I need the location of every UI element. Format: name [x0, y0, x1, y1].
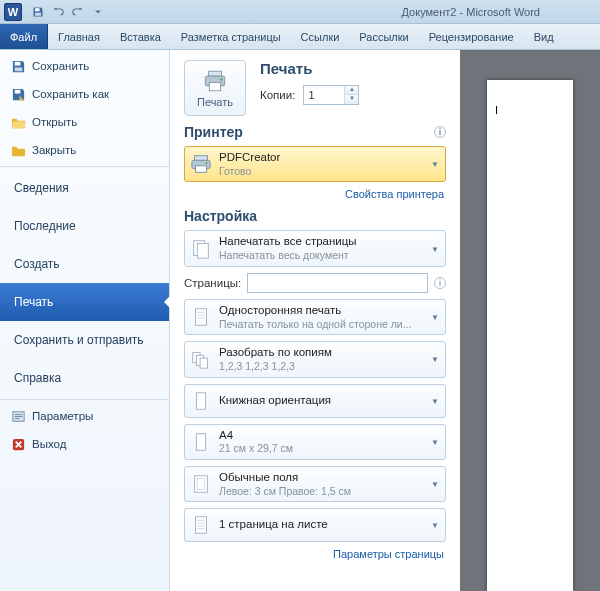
undo-icon[interactable]: [50, 4, 66, 20]
page-setup-link[interactable]: Параметры страницы: [184, 548, 444, 560]
per-sheet-icon: [189, 513, 213, 537]
one-sided-icon: [189, 305, 213, 329]
collate-selector[interactable]: Разобрать по копиям 1,2,3 1,2,3 1,2,3 ▼: [184, 341, 446, 377]
nav-label: Выход: [32, 438, 66, 450]
backstage-nav: Сохранить Сохранить как Открыть Закрыть …: [0, 50, 170, 591]
tab-home[interactable]: Главная: [48, 24, 110, 49]
nav-help[interactable]: Справка: [0, 359, 169, 397]
copies-value: 1: [304, 89, 344, 101]
paper-icon: [189, 430, 213, 454]
nav-label: Параметры: [32, 410, 93, 422]
nav-share[interactable]: Сохранить и отправить: [0, 321, 169, 359]
pages-input[interactable]: [247, 273, 428, 293]
nav-label: Последние: [14, 219, 76, 233]
options-icon: [10, 408, 26, 424]
orientation-selector[interactable]: Книжная ориентация ▼: [184, 384, 446, 418]
redo-icon[interactable]: [70, 4, 86, 20]
svg-rect-1: [35, 12, 41, 15]
one-sided-title: Односторонняя печать: [219, 304, 425, 318]
svg-rect-25: [196, 517, 207, 534]
print-panel: Печать Печать Копии: 1 ▲▼: [170, 50, 600, 591]
svg-rect-4: [14, 89, 20, 93]
margins-sub: Левое: 3 см Правое: 1,5 см: [219, 485, 425, 498]
ribbon-tabs: Файл Главная Вставка Разметка страницы С…: [0, 24, 600, 50]
chevron-down-icon: ▼: [431, 397, 439, 406]
print-preview: I: [460, 50, 600, 591]
svg-rect-20: [200, 358, 207, 368]
save-as-icon: [10, 86, 26, 102]
open-folder-icon: [10, 114, 26, 130]
copies-stepper[interactable]: 1 ▲▼: [303, 85, 359, 105]
svg-point-14: [205, 162, 207, 164]
portrait-icon: [189, 389, 213, 413]
nav-label: Закрыть: [32, 144, 76, 156]
save-icon[interactable]: [30, 4, 46, 20]
nav-recent[interactable]: Последние: [0, 207, 169, 245]
printer-status: Готово: [219, 165, 425, 178]
nav-open[interactable]: Открыть: [0, 108, 169, 136]
tab-view[interactable]: Вид: [524, 24, 564, 49]
text-cursor: I: [495, 104, 498, 116]
pages-per-sheet-selector[interactable]: 1 страница на листе ▼: [184, 508, 446, 542]
title-bar: W Документ2 - Microsoft Word: [0, 0, 600, 24]
info-icon[interactable]: i: [434, 277, 446, 289]
nav-save-as[interactable]: Сохранить как: [0, 80, 169, 108]
printer-properties-link[interactable]: Свойства принтера: [184, 188, 444, 200]
tab-review[interactable]: Рецензирование: [419, 24, 524, 49]
margins-title: Обычные поля: [219, 471, 425, 485]
one-sided-selector[interactable]: Односторонняя печать Печатать только на …: [184, 299, 446, 335]
settings-heading: Настройка: [184, 208, 446, 224]
nav-label: Сохранить как: [32, 88, 109, 100]
print-heading: Печать: [260, 60, 359, 77]
tab-mailings[interactable]: Рассылки: [349, 24, 418, 49]
tab-page-layout[interactable]: Разметка страницы: [171, 24, 291, 49]
chevron-down-icon: ▼: [431, 160, 439, 169]
print-range-selector[interactable]: Напечатать все страницы Напечатать весь …: [184, 230, 446, 266]
print-range-title: Напечатать все страницы: [219, 235, 425, 249]
tab-insert[interactable]: Вставка: [110, 24, 171, 49]
margins-selector[interactable]: Обычные поля Левое: 3 см Правое: 1,5 см …: [184, 466, 446, 502]
orientation-title: Книжная ориентация: [219, 394, 425, 408]
spin-up-icon[interactable]: ▲: [345, 86, 358, 95]
chevron-down-icon: ▼: [431, 438, 439, 447]
collate-icon: [189, 347, 213, 371]
info-icon[interactable]: i: [434, 126, 446, 138]
print-button-label: Печать: [197, 96, 233, 108]
chevron-down-icon: ▼: [431, 245, 439, 254]
print-range-sub: Напечатать весь документ: [219, 249, 425, 262]
spin-down-icon[interactable]: ▼: [345, 95, 358, 104]
chevron-down-icon: ▼: [431, 355, 439, 364]
qat-dropdown-icon[interactable]: [90, 4, 106, 20]
nav-close[interactable]: Закрыть: [0, 136, 169, 164]
print-settings: Печать Печать Копии: 1 ▲▼: [170, 50, 460, 591]
app-icon: W: [4, 3, 22, 21]
one-sided-sub: Печатать только на одной стороне ли...: [219, 318, 425, 331]
tab-file[interactable]: Файл: [0, 24, 48, 49]
nav-new[interactable]: Создать: [0, 245, 169, 283]
pages-icon: [189, 237, 213, 261]
svg-rect-11: [195, 156, 208, 161]
exit-icon: [10, 436, 26, 452]
printer-icon: [202, 69, 228, 93]
nav-label: Печать: [14, 295, 53, 309]
nav-save[interactable]: Сохранить: [0, 52, 169, 80]
print-button[interactable]: Печать: [184, 60, 246, 116]
nav-label: Сохранить и отправить: [14, 333, 144, 347]
pages-label: Страницы:: [184, 277, 241, 289]
nav-print[interactable]: Печать: [0, 283, 169, 321]
paper-size-selector[interactable]: A4 21 см x 29,7 см ▼: [184, 424, 446, 460]
printer-selector[interactable]: PDFCreator Готово ▼: [184, 146, 446, 182]
nav-exit[interactable]: Выход: [0, 430, 169, 458]
nav-info[interactable]: Сведения: [0, 169, 169, 207]
window-title: Документ2 - Microsoft Word: [402, 6, 540, 18]
preview-page: I: [487, 80, 573, 591]
printer-name: PDFCreator: [219, 151, 425, 165]
margins-icon: [189, 472, 213, 496]
svg-point-10: [220, 78, 222, 80]
tab-references[interactable]: Ссылки: [291, 24, 350, 49]
printer-small-icon: [189, 152, 213, 176]
nav-options[interactable]: Параметры: [0, 402, 169, 430]
close-folder-icon: [10, 142, 26, 158]
svg-rect-2: [14, 61, 20, 65]
svg-rect-7: [209, 71, 222, 76]
